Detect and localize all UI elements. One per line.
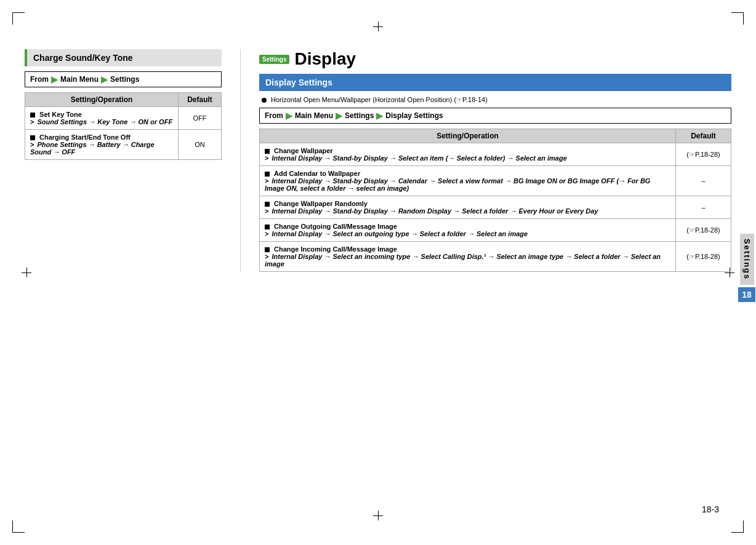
left-row2-operation: > Phone Settings → Battery → Charge Soun… [30, 141, 173, 156]
right-settings-table: Setting/Operation Default Change Wallpap… [259, 129, 731, 272]
right-row5-default: (☞P.18-28) [676, 242, 731, 272]
left-from-label: From [30, 75, 49, 84]
table-row: Change Outgoing Call/Message Image > Int… [260, 219, 731, 242]
left-nav-arrow-1: ▶ [51, 74, 58, 84]
bullet-point-text: Horizontal Open Menu/Wallpaper (Horizont… [271, 96, 488, 103]
left-row1-content: Set Key Tone > Sound Settings → Key Tone… [25, 107, 179, 130]
bullet-icon [30, 113, 35, 117]
left-row2-default: ON [179, 130, 222, 160]
display-main-title-row: Settings Display [259, 49, 731, 69]
column-divider [240, 49, 241, 272]
bullet-icon [265, 172, 270, 177]
right-row3-content: Change Wallpaper Randomly > Internal Dis… [260, 196, 676, 219]
left-column: Charge Sound/Key Tone From ▶ Main Menu ▶… [25, 49, 222, 272]
bullet-icon [30, 135, 35, 140]
chevron-icon: > [265, 177, 268, 185]
table-row: Change Wallpaper Randomly > Internal Dis… [260, 196, 731, 219]
right-row5-operation: > Internal Display → Select an incoming … [265, 253, 670, 268]
table-row: Add Calendar to Wallpaper > Internal Dis… [260, 166, 731, 196]
left-table-header-operation: Setting/Operation [25, 93, 179, 107]
display-settings-bar: Display Settings [259, 74, 731, 91]
right-row2-title: Add Calendar to Wallpaper [265, 170, 670, 177]
right-row1-title: Change Wallpaper [265, 147, 670, 154]
table-row: Charging Start/End Tone Off > Phone Sett… [25, 130, 222, 160]
right-row2-default: – [676, 166, 731, 196]
chevron-icon: > [30, 118, 34, 125]
bullet-icon [265, 149, 270, 154]
right-row1-operation: > Internal Display → Stand-by Display → … [265, 154, 670, 162]
table-row: Set Key Tone > Sound Settings → Key Tone… [25, 107, 222, 130]
right-row3-operation: > Internal Display → Stand-by Display → … [265, 207, 670, 215]
right-table-header-default: Default [676, 129, 731, 143]
corner-mark-br [731, 520, 744, 533]
right-row4-title: Change Outgoing Call/Message Image [265, 223, 670, 230]
right-row1-default: (☞P.18-28) [676, 143, 731, 166]
bullet-icon [265, 202, 270, 207]
left-nav-arrow-2: ▶ [101, 74, 108, 84]
right-nav-settings: Settings [345, 111, 374, 120]
right-row4-operation: > Internal Display → Select an outgoing … [265, 230, 670, 237]
chevron-icon: > [30, 141, 34, 148]
bullet-icon [265, 247, 270, 252]
left-from-nav: From ▶ Main Menu ▶ Settings [25, 71, 222, 87]
settings-badge: Settings [259, 55, 289, 64]
left-section-title: Charge Sound/Key Tone [25, 49, 222, 66]
chevron-icon: > [265, 230, 268, 237]
right-nav-main-menu: Main Menu [295, 111, 333, 120]
chevron-icon: > [265, 154, 268, 162]
dot-bullet-icon [262, 98, 267, 103]
left-row2-title: Charging Start/End Tone Off [30, 133, 173, 141]
left-settings-table: Setting/Operation Default Set Key Tone >… [25, 92, 222, 160]
left-row1-operation: > Sound Settings → Key Tone → ON or OFF [30, 118, 173, 125]
bullet-icon [265, 225, 270, 229]
right-row4-content: Change Outgoing Call/Message Image > Int… [260, 219, 676, 242]
bottom-crosshair [373, 511, 383, 520]
chevron-icon: > [265, 207, 268, 215]
right-row5-title: Change Incoming Call/Message Image [265, 245, 670, 253]
right-row3-title: Change Wallpaper Randomly [265, 200, 670, 207]
page-number: 18-3 [702, 504, 719, 514]
right-row4-default: (☞P.18-28) [676, 219, 731, 242]
right-table-header-operation: Setting/Operation [260, 129, 676, 143]
bullet-point-horizontal: Horizontal Open Menu/Wallpaper (Horizont… [259, 96, 731, 104]
right-row3-default: – [676, 196, 731, 219]
display-main-title-text: Display [294, 49, 356, 69]
right-nav-display-settings: Display Settings [385, 111, 443, 120]
right-row2-content: Add Calendar to Wallpaper > Internal Dis… [260, 166, 676, 196]
right-row1-content: Change Wallpaper > Internal Display → St… [260, 143, 676, 166]
table-row: Change Incoming Call/Message Image > Int… [260, 242, 731, 272]
left-nav-main-menu: Main Menu [60, 75, 99, 84]
right-nav-arrow-1: ▶ [286, 111, 292, 121]
left-row2-content: Charging Start/End Tone Off > Phone Sett… [25, 130, 179, 160]
right-from-label: From [265, 111, 283, 120]
right-row5-content: Change Incoming Call/Message Image > Int… [260, 242, 676, 272]
left-table-header-default: Default [179, 93, 222, 107]
chevron-icon: > [265, 253, 268, 260]
left-nav-settings: Settings [110, 75, 139, 84]
right-column: Settings Display Display Settings Horizo… [259, 49, 731, 272]
left-row1-title: Set Key Tone [30, 111, 173, 118]
table-row: Change Wallpaper > Internal Display → St… [260, 143, 731, 166]
left-row1-default: OFF [179, 107, 222, 130]
corner-mark-bl [12, 520, 25, 533]
right-nav-arrow-2: ▶ [336, 111, 342, 121]
right-from-nav: From ▶ Main Menu ▶ Settings ▶ Display Se… [259, 108, 731, 124]
right-row2-operation: > Internal Display → Stand-by Display → … [265, 177, 670, 192]
right-nav-arrow-3: ▶ [376, 111, 383, 121]
